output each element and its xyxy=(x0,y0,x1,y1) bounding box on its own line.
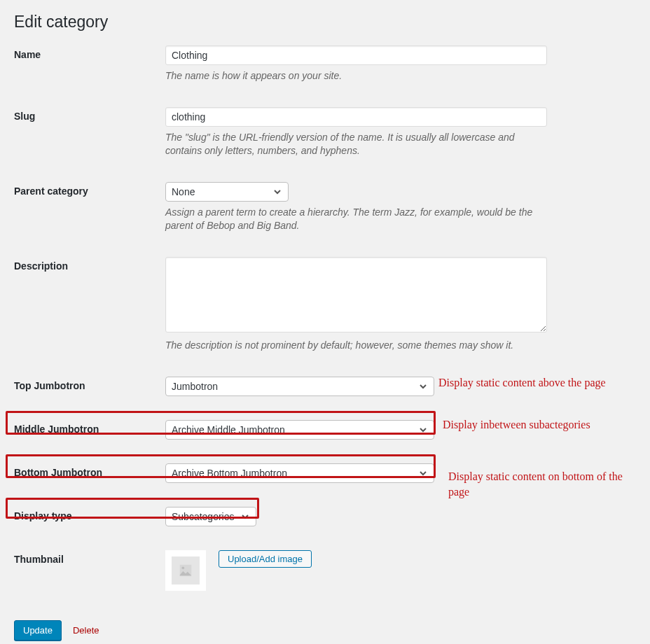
label-thumbnail: Thumbnail xyxy=(14,550,165,565)
row-display-type: Display type Subcategories xyxy=(14,507,636,526)
row-description: Description The description is not promi… xyxy=(14,257,636,353)
chevron-down-icon xyxy=(240,512,250,522)
delete-link[interactable]: Delete xyxy=(73,625,99,636)
row-parent: Parent category None Assign a parent ter… xyxy=(14,182,636,233)
description-textarea[interactable] xyxy=(165,257,547,332)
top-jumbotron-select[interactable]: Jumbotron xyxy=(165,377,434,396)
description-help: The description is not prominent by defa… xyxy=(165,339,547,353)
parent-select[interactable]: None xyxy=(165,182,289,202)
middle-jumbotron-value: Archive Middle Jumbotron xyxy=(172,424,285,435)
label-bottom-jumbotron: Bottom Jumbotron xyxy=(14,463,165,478)
top-jumbotron-value: Jumbotron xyxy=(172,381,218,392)
parent-help: Assign a parent term to create a hierarc… xyxy=(165,206,547,233)
chevron-down-icon xyxy=(272,187,282,197)
annotation-middle: Display inbetween subactegories xyxy=(443,417,590,433)
thumbnail-preview xyxy=(165,550,206,591)
chevron-down-icon xyxy=(418,468,428,478)
slug-help: The "slug" is the URL-friendly version o… xyxy=(165,131,547,158)
label-parent: Parent category xyxy=(14,182,165,197)
row-name: Name The name is how it appears on your … xyxy=(14,46,636,83)
name-input[interactable] xyxy=(165,46,547,65)
row-thumbnail: Thumbnail Upload/Add image xyxy=(14,550,636,591)
label-display-type: Display type xyxy=(14,507,165,522)
page-title: Edit category xyxy=(14,0,636,46)
display-type-value: Subcategories xyxy=(172,511,235,522)
chevron-down-icon xyxy=(418,425,428,435)
label-top-jumbotron: Top Jumbotron xyxy=(14,377,165,391)
row-slug: Slug The "slug" is the URL-friendly vers… xyxy=(14,107,636,158)
bottom-jumbotron-value: Archive Bottom Jumbotron xyxy=(172,468,287,479)
name-help: The name is how it appears on your site. xyxy=(165,69,547,83)
label-middle-jumbotron: Middle Jumbotron xyxy=(14,420,165,435)
annotation-top: Display static content above the page xyxy=(438,375,606,391)
form-actions: Update Delete xyxy=(14,620,636,640)
bottom-jumbotron-select[interactable]: Archive Bottom Jumbotron xyxy=(165,463,434,483)
upload-image-button[interactable]: Upload/Add image xyxy=(219,550,312,568)
update-button[interactable]: Update xyxy=(14,620,62,640)
middle-jumbotron-select[interactable]: Archive Middle Jumbotron xyxy=(165,420,434,440)
parent-value: None xyxy=(172,186,195,197)
annotation-bottom: Display static content on bottom of the … xyxy=(448,469,630,499)
display-type-select[interactable]: Subcategories xyxy=(165,507,256,526)
chevron-down-icon xyxy=(418,382,428,391)
placeholder-image-icon xyxy=(172,556,200,584)
svg-point-0 xyxy=(182,566,185,569)
slug-input[interactable] xyxy=(165,107,547,127)
label-slug: Slug xyxy=(14,107,165,122)
label-description: Description xyxy=(14,257,165,272)
label-name: Name xyxy=(14,46,165,60)
